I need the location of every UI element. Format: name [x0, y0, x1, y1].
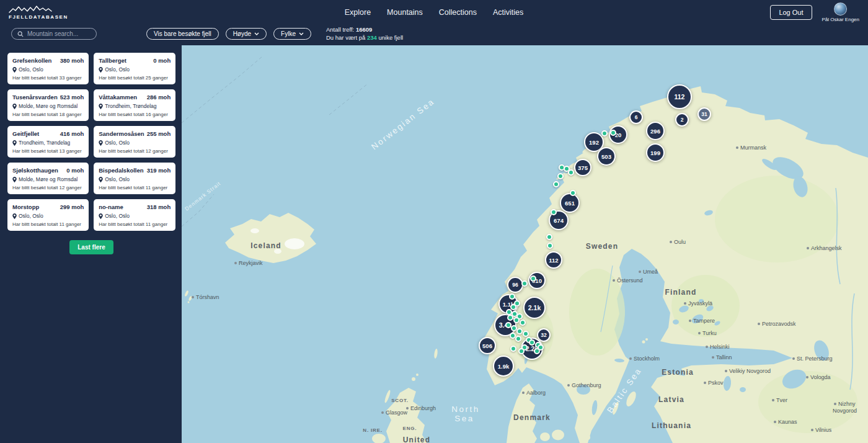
mountain-location: Oslo, Oslo	[19, 213, 43, 219]
map-mountain-dot[interactable]	[529, 339, 535, 346]
map-cluster-marker[interactable]: 6	[629, 110, 643, 124]
mountain-visit-count: Har blitt besøkt totalt 12 ganger	[99, 148, 170, 154]
mountain-elevation: 299 moh	[60, 204, 84, 210]
map-mountain-dot[interactable]	[570, 190, 576, 196]
map-mountain-dot[interactable]	[553, 181, 559, 187]
map-cluster-marker[interactable]: 375	[574, 159, 591, 176]
mountain-card[interactable]: Grefsenkollen380 mohOslo, OsloHar blitt …	[7, 53, 89, 84]
map-cluster-marker[interactable]: 96	[507, 277, 523, 293]
map-mountain-dot[interactable]	[515, 336, 521, 342]
mountain-card[interactable]: Morstopp299 mohOslo, OsloHar blitt besøk…	[7, 199, 89, 231]
map-mountain-dot[interactable]	[601, 130, 608, 136]
mountain-card[interactable]: Tallberget0 mohOslo, OsloHar blitt besøk…	[94, 53, 175, 84]
mountain-range-icon	[9, 5, 52, 14]
mountain-elevation: 286 moh	[147, 94, 171, 101]
mountain-search[interactable]	[11, 28, 97, 40]
map-mountain-dot[interactable]	[538, 344, 544, 351]
mountain-location: Oslo, Oslo	[105, 140, 130, 146]
app-root: FJELLDATABASEN Explore Mountains Collect…	[0, 0, 868, 443]
mountain-card[interactable]: Bispedalskollen319 mohOslo, OsloHar blit…	[94, 163, 175, 194]
map-cluster-marker[interactable]: 2	[675, 113, 689, 127]
map-cluster-marker[interactable]: 112	[667, 84, 692, 109]
filter-pills: Vis bare besøkte fjell Høyde Fylke	[146, 28, 311, 40]
nav-activities[interactable]: Activities	[493, 8, 523, 17]
location-pin-icon	[12, 140, 17, 146]
search-input[interactable]	[27, 30, 91, 37]
mountain-name: Sjølskotthaugen	[12, 167, 58, 174]
mountain-elevation: 380 moh	[60, 57, 84, 64]
location-pin-icon	[99, 177, 103, 182]
mountain-card[interactable]: Våttakammen286 mohTrondheim, TrøndelagHa…	[94, 89, 175, 121]
map-mountain-dot[interactable]	[518, 348, 525, 354]
brand-name: FJELLDATABASEN	[9, 14, 68, 20]
county-filter-label: Fylke	[281, 30, 296, 37]
map-mountain-dot[interactable]	[547, 243, 553, 249]
visited-suffix: unike fjell	[379, 34, 404, 41]
mountain-card-grid: Grefsenkollen380 mohOslo, OsloHar blitt …	[7, 53, 175, 231]
visited-only-filter-button[interactable]: Vis bare besøkte fjell	[146, 28, 219, 40]
map-mountain-dot[interactable]	[530, 275, 536, 282]
map-cluster-marker[interactable]: 506	[479, 337, 496, 354]
map-mountain-dot[interactable]	[510, 346, 516, 352]
mountain-visit-count: Har blitt besøkt totalt 11 ganger	[12, 222, 84, 227]
map-cluster-marker[interactable]: 503	[597, 147, 616, 166]
location-pin-icon	[99, 140, 103, 146]
mountain-card[interactable]: Geitfjellet416 mohTrondheim, TrøndelagHa…	[7, 126, 89, 158]
user-avatar[interactable]	[834, 2, 847, 16]
map-cluster-marker[interactable]: 31	[698, 107, 711, 121]
user-menu[interactable]: Pål Oskar Engen	[822, 2, 859, 22]
mountain-location: Trondheim, Trøndelag	[105, 103, 156, 109]
nav-mountains[interactable]: Mountains	[387, 8, 423, 17]
mountain-location: Oslo, Oslo	[105, 213, 130, 219]
mountain-location: Oslo, Oslo	[19, 66, 43, 73]
map-cluster-marker[interactable]: 199	[646, 143, 665, 162]
mountain-name: Tallberget	[99, 57, 126, 64]
map-mountain-dot[interactable]	[568, 169, 574, 176]
map-cluster-marker[interactable]: 296	[646, 122, 665, 140]
map-mountain-dot[interactable]	[610, 130, 616, 136]
mountain-card[interactable]: Tusenårsvarden523 mohMolde, Møre og Roms…	[7, 89, 89, 121]
map-cluster-marker[interactable]: 112	[545, 251, 562, 269]
map-mountain-dot[interactable]	[516, 328, 523, 334]
map-mountain-dot[interactable]	[520, 320, 526, 326]
mountain-visit-count: Har blitt besøkt totalt 11 ganger	[99, 185, 170, 190]
map-mountain-dot[interactable]	[557, 173, 564, 179]
nav-collections[interactable]: Collections	[439, 8, 477, 17]
main-nav: Explore Mountains Collections Activities	[345, 8, 524, 17]
county-filter-dropdown[interactable]: Fylke	[273, 28, 311, 40]
mountain-location: Molde, Møre og Romsdal	[19, 176, 78, 182]
map-marker-layer: 112623129620192503199375651674112310961.…	[182, 45, 868, 443]
map-mountain-dot[interactable]	[521, 280, 528, 287]
map[interactable]: IcelandSwedenFinlandEstoniaLatviaLithuan…	[182, 45, 868, 443]
mountain-visit-count: Har blitt besøkt totalt 12 ganger	[12, 185, 84, 190]
results-count: 16609	[356, 26, 372, 33]
map-mountain-dot[interactable]	[523, 331, 529, 337]
results-label: Antall treff:	[326, 26, 354, 33]
map-mountain-dot[interactable]	[551, 209, 557, 215]
mountain-location: Molde, Møre og Romsdal	[19, 103, 78, 109]
load-more-button[interactable]: Last flere	[69, 240, 113, 254]
height-filter-dropdown[interactable]: Høyde	[226, 28, 267, 40]
mountain-card[interactable]: no-name318 mohOslo, OsloHar blitt besøkt…	[94, 199, 175, 231]
mountain-name: no-name	[99, 204, 123, 210]
location-pin-icon	[99, 67, 103, 73]
mountain-card[interactable]: Sandermosåsen255 mohOslo, OsloHar blitt …	[94, 126, 175, 158]
mountain-list-sidebar: Grefsenkollen380 mohOslo, OsloHar blitt …	[0, 45, 182, 443]
mountain-elevation: 0 moh	[153, 57, 170, 64]
mountain-visit-count: Har blitt besøkt totalt 33 ganger	[12, 75, 84, 81]
map-cluster-marker[interactable]: 651	[560, 193, 580, 213]
results-summary: Antall treff: 16609 Du har vært på 234 u…	[326, 26, 403, 42]
app-logo[interactable]: FJELLDATABASEN	[9, 5, 68, 20]
map-cluster-marker[interactable]: 2.1k	[523, 297, 546, 319]
map-mountain-dot[interactable]	[513, 317, 520, 323]
mountain-visit-count: Har blitt besøkt totalt 13 ganger	[12, 148, 84, 154]
map-mountain-dot[interactable]	[507, 315, 513, 321]
nav-explore[interactable]: Explore	[345, 8, 371, 17]
mountain-card[interactable]: Sjølskotthaugen0 mohMolde, Møre og Romsd…	[7, 163, 89, 194]
logout-button[interactable]: Log Out	[770, 5, 812, 20]
map-mountain-dot[interactable]	[546, 234, 552, 240]
map-mountain-dot[interactable]	[509, 293, 515, 300]
filter-bar: Vis bare besøkte fjell Høyde Fylke Antal…	[0, 25, 868, 45]
map-cluster-marker[interactable]: 1.9k	[493, 356, 514, 377]
mountain-elevation: 255 moh	[147, 130, 171, 137]
